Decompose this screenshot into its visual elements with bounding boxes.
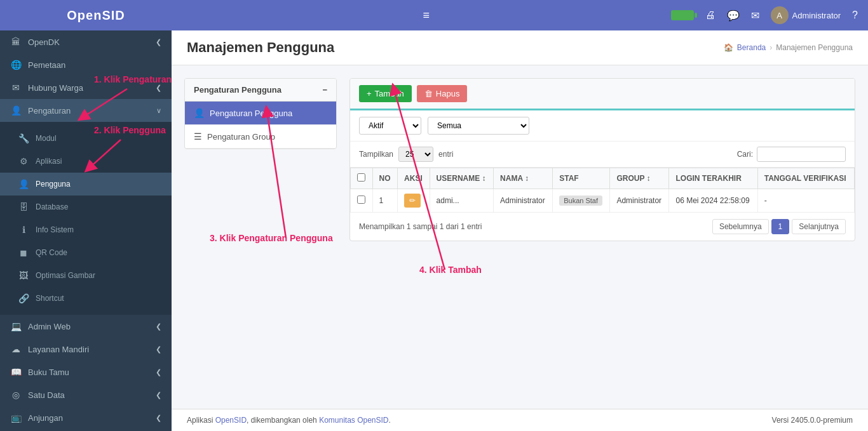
topnav-left: ≡ bbox=[423, 9, 430, 22]
opendk-icon: 🏛 bbox=[10, 37, 22, 47]
database-icon: 🗄 bbox=[18, 202, 29, 212]
hapus-button[interactable]: 🗑 Hapus bbox=[417, 85, 468, 102]
table-card: + Tambah 🗑 Hapus Aktif Tidak Aktif bbox=[349, 78, 855, 241]
sidebar-item-anjungan[interactable]: 📺 Anjungan ❮ bbox=[0, 406, 172, 429]
select-all-checkbox[interactable] bbox=[357, 173, 365, 182]
tambah-button[interactable]: + Tambah bbox=[359, 85, 412, 102]
sidebar-item-label: Layanan Mandiri bbox=[28, 345, 89, 354]
hapus-label: Hapus bbox=[436, 89, 460, 98]
modul-icon: 🔧 bbox=[18, 133, 29, 143]
user-menu[interactable]: A Administrator bbox=[771, 6, 841, 24]
sidebar-item-label: Anjungan bbox=[28, 413, 63, 423]
row-login-terakhir: 06 Mei 2024 22:58:09 bbox=[669, 189, 757, 213]
hamburger-icon[interactable]: ≡ bbox=[423, 9, 430, 22]
sidebar-item-buku-tamu[interactable]: 📖 Buku Tamu ❮ bbox=[0, 361, 172, 383]
sidebar-item-label: QR Code bbox=[36, 248, 67, 257]
help-icon[interactable]: ? bbox=[852, 10, 858, 21]
row-select-checkbox[interactable] bbox=[357, 196, 365, 204]
sidebar-item-hubung-warga[interactable]: ✉ Hubung Warga ❮ bbox=[0, 76, 172, 99]
panel-nav-label: Pengaturan Pengguna bbox=[210, 109, 292, 118]
trash-icon: 🗑 bbox=[424, 89, 433, 98]
image-icon: 🖼 bbox=[18, 270, 29, 281]
col-checkbox bbox=[351, 168, 373, 189]
panel-nav-label: Pengaturan Group bbox=[207, 132, 275, 142]
pengaturan-icon: 👤 bbox=[10, 105, 22, 116]
sidebar-item-qr-code[interactable]: ◼ QR Code bbox=[0, 241, 172, 264]
sidebar-item-database[interactable]: 🗄 Database bbox=[0, 196, 172, 218]
staf-badge: Bukan Staf bbox=[559, 196, 602, 206]
pengaturan-submenu: 🔧 Modul ⚙ Aplikasi 👤 Pengguna 🗄 Database… bbox=[0, 122, 172, 315]
sidebar-item-label: Aplikasi bbox=[36, 157, 62, 166]
row-tanggal-verifikasi: - bbox=[757, 189, 854, 213]
table-row: 1 ✏ admi... Administrator Bukan Staf Adm… bbox=[351, 189, 855, 213]
chat-icon[interactable]: 💬 bbox=[727, 10, 740, 22]
sidebar-item-label: Satu Data bbox=[28, 390, 65, 400]
topnav-right: 🖨 💬 ✉ A Administrator ? bbox=[671, 6, 858, 24]
panel-nav-pengaturan-pengguna[interactable]: 👤 Pengaturan Pengguna bbox=[185, 102, 336, 125]
sidebar-item-pengguna[interactable]: 👤 Pengguna bbox=[0, 173, 172, 196]
next-button[interactable]: Selanjutnya bbox=[792, 219, 846, 234]
chevron-icon: ❮ bbox=[156, 391, 161, 399]
sidebar-item-modul[interactable]: 🔧 Modul bbox=[0, 127, 172, 150]
sidebar-item-aplikasi[interactable]: ⚙ Aplikasi bbox=[0, 150, 172, 173]
collapse-icon[interactable]: − bbox=[322, 85, 327, 95]
chevron-icon: ❮ bbox=[156, 84, 161, 92]
entries-select[interactable]: 25 10 50 100 bbox=[398, 147, 433, 162]
user-icon: 👤 bbox=[194, 108, 205, 118]
edit-button[interactable]: ✏ bbox=[404, 194, 421, 208]
info-icon: ℹ bbox=[18, 225, 29, 235]
col-staf: STAF bbox=[553, 168, 610, 189]
group-filter[interactable]: Semua Administrator Operator bbox=[428, 117, 529, 135]
sidebar-item-layanan-mandiri[interactable]: ☁ Layanan Mandiri ❮ bbox=[0, 338, 172, 361]
sidebar-item-opendk[interactable]: 🏛 OpenDK ❮ bbox=[0, 30, 172, 53]
sidebar-item-label: Pengguna bbox=[36, 180, 71, 189]
prev-button[interactable]: Sebelumnya bbox=[712, 219, 769, 234]
filter-row: Aktif Tidak Aktif Semua Administrator Op… bbox=[350, 110, 855, 142]
data-table: NO AKSI USERNAME ↕ NAMA ↕ STAF GROUP ↕ L… bbox=[350, 168, 855, 213]
qr-icon: ◼ bbox=[18, 248, 29, 258]
sidebar-item-label: Pengaturan bbox=[28, 106, 71, 116]
sidebar-item-shortcut[interactable]: 🔗 Shortcut bbox=[0, 287, 172, 310]
opensid-link[interactable]: OpenSID bbox=[215, 416, 247, 425]
col-aksi: AKSI bbox=[398, 168, 430, 189]
brand: OpenSID bbox=[10, 8, 182, 23]
username-label: Administrator bbox=[792, 11, 841, 20]
chevron-icon: ∨ bbox=[156, 107, 161, 115]
row-nama: Administrator bbox=[494, 189, 553, 213]
sidebar-item-satu-data[interactable]: ◎ Satu Data ❮ bbox=[0, 383, 172, 406]
sidebar-item-admin-web[interactable]: 💻 Admin Web ❮ bbox=[0, 315, 172, 338]
komunitas-link[interactable]: Komunitas OpenSID bbox=[319, 416, 388, 425]
anjungan-icon: 📺 bbox=[10, 413, 22, 423]
row-staf: Bukan Staf bbox=[553, 189, 610, 213]
panel-nav-pengaturan-group[interactable]: ☰ Pengaturan Group bbox=[185, 125, 336, 149]
footer: Aplikasi OpenSID, dikembangkan oleh Komu… bbox=[172, 409, 868, 431]
sidebar-item-label: Database bbox=[36, 202, 68, 211]
pemetaan-icon: 🌐 bbox=[10, 60, 22, 70]
sidebar-item-pemetaan[interactable]: 🌐 Pemetaan bbox=[0, 53, 172, 76]
layanan-icon: ☁ bbox=[10, 344, 22, 354]
main: Manajemen Pengguna 🏠 Beranda › Manajemen… bbox=[172, 30, 868, 431]
footer-text: Aplikasi OpenSID, dikembangkan oleh Komu… bbox=[187, 416, 391, 425]
page-1-button[interactable]: 1 bbox=[771, 219, 790, 234]
sidebar: 🏛 OpenDK ❮ 🌐 Pemetaan ✉ Hubung Warga ❮ 👤… bbox=[0, 30, 172, 431]
group-icon: ☰ bbox=[194, 131, 202, 142]
col-tanggal-verifikasi: TANGGAL VERIFIKASI bbox=[757, 168, 854, 189]
hubung-warga-icon: ✉ bbox=[10, 83, 22, 93]
search-input[interactable] bbox=[757, 147, 846, 162]
sidebar-item-pengaturan[interactable]: 👤 Pengaturan ∨ bbox=[0, 99, 172, 122]
status-filter[interactable]: Aktif Tidak Aktif bbox=[359, 117, 421, 135]
table-toolbar: + Tambah 🗑 Hapus bbox=[350, 79, 855, 110]
chevron-icon: ❮ bbox=[156, 414, 161, 422]
admin-web-icon: 💻 bbox=[10, 321, 22, 331]
print-icon[interactable]: 🖨 bbox=[705, 10, 715, 21]
pagination: Sebelumnya 1 Selanjutnya bbox=[712, 219, 846, 234]
table-info: Menampilkan 1 sampai 1 dari 1 entri bbox=[359, 222, 482, 231]
footer-prefix: Aplikasi bbox=[187, 416, 215, 425]
layout: 🏛 OpenDK ❮ 🌐 Pemetaan ✉ Hubung Warga ❮ 👤… bbox=[0, 30, 868, 431]
mail-icon[interactable]: ✉ bbox=[751, 10, 759, 22]
sidebar-item-info-sistem[interactable]: ℹ Info Sistem bbox=[0, 218, 172, 241]
sidebar-item-optimasi-gambar[interactable]: 🖼 Optimasi Gambar bbox=[0, 264, 172, 287]
search-label: Cari: bbox=[737, 147, 846, 162]
breadcrumb-home[interactable]: Beranda bbox=[737, 43, 766, 52]
tambah-label: Tambah bbox=[375, 89, 404, 98]
